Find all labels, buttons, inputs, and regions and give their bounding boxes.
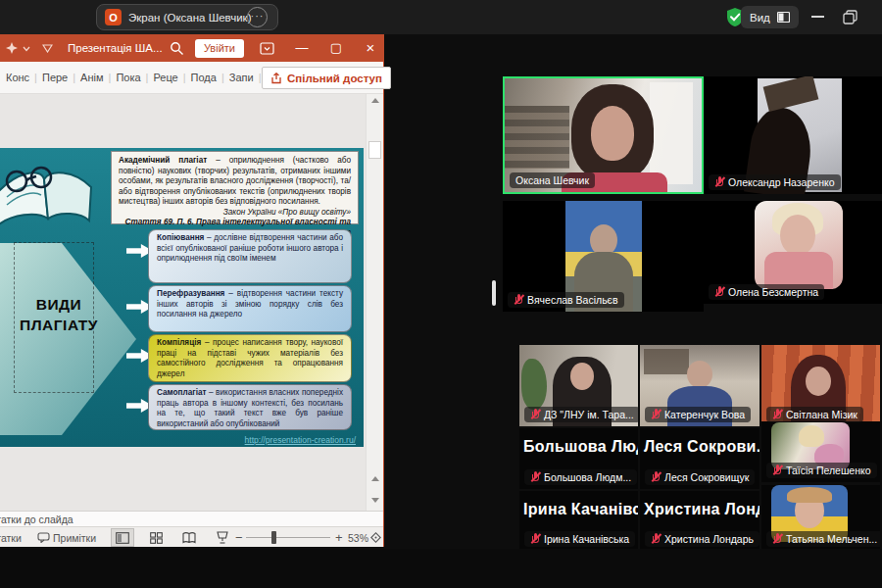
notes-pane[interactable]: Нотатки до слайда <box>0 511 383 526</box>
status-comments-toggle[interactable]: Примітки <box>53 532 96 544</box>
next-slide-icon[interactable] <box>371 498 379 503</box>
participant-name: Олена Безсмертна <box>728 286 818 298</box>
muted-mic-icon <box>772 465 782 476</box>
person-face <box>687 361 712 388</box>
video-tile-svitlana-mizyk[interactable]: Світлана Мізик <box>761 345 880 426</box>
video-tile-tatyana-melchenko[interactable]: Татьяна Мельчен... <box>761 485 880 551</box>
ribbon-tab-animations[interactable]: Анім <box>75 72 108 83</box>
video-tile-lesya-sokrovyshchuk[interactable]: Леся Сокрови... Леся Сокровищук <box>640 428 760 489</box>
muted-mic-icon <box>714 286 724 298</box>
quick-access-star-icon[interactable] <box>5 42 19 55</box>
ppt-status-bar: Нотатки Примітки − + 53% <box>0 526 383 547</box>
window-restore-button[interactable] <box>843 10 858 24</box>
search-icon[interactable] <box>170 41 184 56</box>
person-face <box>806 367 831 396</box>
tab-options-icon[interactable]: ··· <box>247 7 268 27</box>
muted-mic-icon <box>530 409 540 420</box>
law-reference-line1: Закон України «Про вищу освіту» <box>119 208 351 219</box>
presentation-title: Презентація ША... <box>68 42 163 54</box>
participant-name-label: Татьяна Мельчен... <box>766 531 880 547</box>
sign-in-button[interactable]: Увійти <box>195 39 244 58</box>
participant-name: Світлана Мізик <box>786 409 858 420</box>
participant-name: Таїсія Пелешенко <box>786 465 871 476</box>
person-face <box>780 215 815 256</box>
profile-avatar <box>755 201 843 289</box>
ppt-close-button[interactable]: × <box>356 35 385 62</box>
status-notes-toggle[interactable]: Нотатки <box>0 532 22 544</box>
video-tile-olena-bezsmertna[interactable]: Олена Безсмертна <box>704 201 882 304</box>
participant-name: Оксана Шевчик <box>515 174 589 186</box>
item-term: Компіляція <box>157 338 201 347</box>
participant-name: Леся Сокровищук <box>664 471 749 483</box>
video-tile-oksana-shevchyk[interactable]: Оксана Шевчик <box>503 76 704 194</box>
slide-sorter-view-button[interactable] <box>144 528 168 547</box>
ribbon-display-options-icon[interactable] <box>260 42 274 55</box>
window-minimize-button[interactable] <box>811 16 824 18</box>
ribbon-tab-design[interactable]: Конс <box>1 72 34 83</box>
scrollbar-thumb[interactable] <box>368 141 381 159</box>
ribbon-tab-review[interactable]: Реце <box>148 72 182 83</box>
previous-slide-icon[interactable] <box>371 476 379 481</box>
participant-name-label: Світлана Мізик <box>766 407 863 422</box>
participant-big-name: Большова Люд... <box>523 438 638 456</box>
slide-heading-line1: ВИДИ <box>15 295 103 316</box>
video-tile-taisiya-peleshenko[interactable]: Таїсія Пелешенко <box>761 421 880 482</box>
zoom-slider-thumb[interactable] <box>271 531 276 544</box>
muted-mic-icon <box>651 409 661 420</box>
quick-access-dropdown-icon[interactable] <box>23 46 30 52</box>
gallery-scrollbar[interactable] <box>492 280 496 306</box>
normal-view-button[interactable] <box>111 528 134 547</box>
ribbon-tab-transitions[interactable]: Пере <box>37 72 73 83</box>
participant-name: Катеренчук Вова <box>664 409 745 420</box>
participant-name-label: Христина Лондарь <box>645 531 760 547</box>
zoom-in-button[interactable]: + <box>335 530 343 545</box>
item-term: Перефразування <box>157 289 224 298</box>
plagiarism-item-paraphrasing: Перефразування – відтворення частини тек… <box>148 285 352 332</box>
cap <box>763 76 819 112</box>
participant-name-label: ДЗ "ЛНУ ім. Тара... <box>524 407 638 422</box>
ribbon-tab-record[interactable]: Запи <box>224 72 259 83</box>
ppt-maximize-button[interactable]: ▢ <box>321 35 351 62</box>
video-tile-bolshova[interactable]: Большова Люд... Большова Людм... <box>519 428 638 489</box>
participant-name-label: Катеренчук Вова <box>645 407 751 422</box>
view-button-label: Вид <box>750 12 770 24</box>
slideshow-view-button[interactable] <box>211 528 234 547</box>
muted-mic-icon <box>651 533 661 545</box>
zoom-slider-track[interactable] <box>246 537 330 538</box>
reading-view-button[interactable] <box>177 528 201 547</box>
bookshelf-background <box>505 106 569 169</box>
participant-name: Вячеслав Васільєв <box>527 294 618 306</box>
plagiarism-item-compilation: Компіляція – процес написання твору, нау… <box>148 334 352 382</box>
video-tile-khrystyna-londar[interactable]: Христина Лонд... Христина Лондарь <box>640 491 760 551</box>
view-button[interactable]: Вид <box>741 6 799 28</box>
share-document-button[interactable]: Спільний доступ <box>262 67 391 89</box>
ppt-minimize-button[interactable]: — <box>287 35 317 62</box>
source-link[interactable]: http://presentation-creation.ru/ <box>245 435 356 445</box>
autosave-toggle-icon[interactable] <box>42 44 53 53</box>
ribbon-tab-view[interactable]: Пода <box>186 72 221 83</box>
comments-icon[interactable] <box>37 532 50 543</box>
slide-scrollbar[interactable] <box>366 94 383 511</box>
muted-mic-icon <box>651 471 661 483</box>
ribbon-tab-slideshow[interactable]: Пока <box>111 72 145 83</box>
video-tile-katerenchuk-vova[interactable]: Катеренчук Вова <box>640 345 760 426</box>
video-tile-iryna-kachanivska[interactable]: Ірина Качанівс... Ірина Качанівська <box>519 491 638 551</box>
video-tile-vyacheslav-vasiliev[interactable]: Вячеслав Васільєв <box>503 201 704 312</box>
shared-screen-tab-label: Экран (Оксана Шевчик) <box>128 12 251 24</box>
participant-name: Большова Людм... <box>544 471 631 483</box>
slide-heading: ВИДИ ПЛАГІАТУ <box>15 295 103 336</box>
zoom-level[interactable]: 53% <box>348 532 368 544</box>
fit-slide-to-window-icon[interactable] <box>369 531 382 544</box>
participant-name: Олександр Назаренко <box>728 176 835 188</box>
person-face <box>591 106 634 161</box>
participant-name-label: Леся Сокровищук <box>645 469 755 485</box>
participant-name-label: Оксана Шевчик <box>510 172 595 188</box>
video-tile-oleksandr-nazarenko[interactable]: Олександр Назаренко <box>704 76 882 194</box>
item-term: Самоплагіат <box>157 388 206 397</box>
zoom-out-button[interactable]: − <box>235 530 243 545</box>
scroll-up-icon[interactable] <box>371 98 379 103</box>
participant-name-label: Ірина Качанівська <box>524 531 635 547</box>
video-tile-dz-lnu[interactable]: ДЗ "ЛНУ ім. Тара... <box>519 345 638 426</box>
open-book-illustration <box>0 154 103 234</box>
person-hair <box>799 425 824 447</box>
